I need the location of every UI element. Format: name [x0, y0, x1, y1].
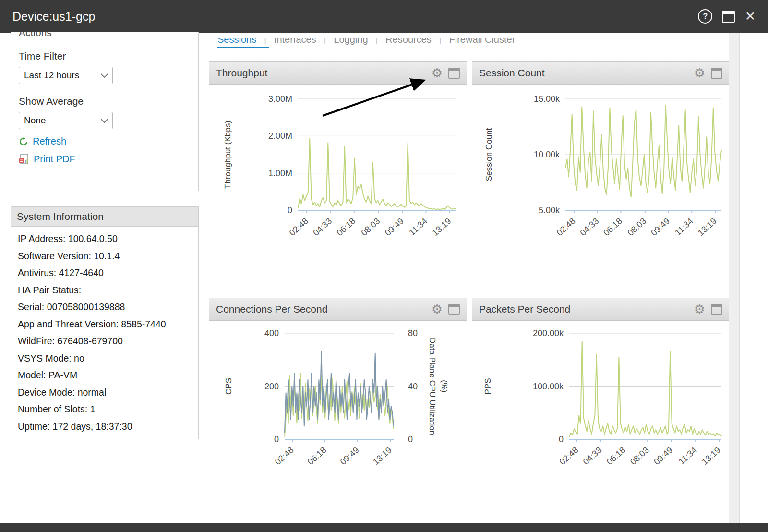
svg-text:04:33: 04:33: [581, 445, 604, 467]
actions-header: Actions: [19, 32, 191, 38]
panel-title: Packets Per Second: [472, 303, 570, 315]
svg-text:02:48: 02:48: [555, 216, 577, 238]
system-info-item: App and Threat Version: 8585-7440: [18, 316, 192, 333]
gear-icon[interactable]: ⚙: [432, 303, 443, 315]
tab-firewall-cluster[interactable]: Firewall Cluster: [449, 38, 516, 47]
panel-header: Packets Per Second ⚙: [472, 298, 729, 321]
titlebar: Device:us1-gcp ? ✕: [0, 0, 768, 33]
system-info-item: Device Mode: normal: [18, 384, 192, 401]
throughput-chart: 01.00M2.00M3.00M02:4804:3306:1808:0309:4…: [209, 85, 467, 260]
chevron-down-icon: [100, 115, 108, 123]
svg-text:13:19: 13:19: [431, 216, 453, 238]
svg-text:02:48: 02:48: [273, 445, 296, 467]
svg-text:13:19: 13:19: [700, 445, 722, 467]
cps-chart: 020040004080Data Plane CPU Utilization(%…: [209, 321, 467, 494]
print-pdf-label: Print PDF: [34, 154, 75, 165]
svg-text:1.00M: 1.00M: [268, 169, 292, 178]
time-filter-select[interactable]: Last 12 hours: [19, 67, 113, 84]
window-restore-icon[interactable]: [722, 11, 735, 23]
svg-text:CPS: CPS: [224, 378, 233, 395]
system-info-item: Number of Slots: 1: [18, 401, 192, 418]
panel-window-icon[interactable]: [448, 68, 460, 79]
svg-text:06:18: 06:18: [601, 216, 624, 238]
time-filter-dropdown-button[interactable]: [96, 67, 112, 84]
panel-window-icon[interactable]: [711, 68, 722, 79]
refresh-label: Refresh: [33, 136, 66, 147]
system-info-item: VSYS Mode: no: [18, 350, 192, 367]
tab-separator: |: [439, 38, 442, 47]
show-average-label: Show Average: [19, 96, 191, 107]
help-icon[interactable]: ?: [698, 9, 712, 24]
svg-text:09:49: 09:49: [383, 216, 406, 238]
time-filter-value: Last 12 hours: [19, 70, 96, 81]
panel-header: Session Count ⚙: [472, 62, 729, 85]
panel-title: Session Count: [472, 67, 545, 79]
svg-text:09:49: 09:49: [652, 445, 674, 467]
svg-text:PPS: PPS: [483, 378, 492, 394]
pdf-icon: [19, 154, 29, 165]
svg-text:3.00M: 3.00M: [268, 94, 292, 104]
svg-text:5.00k: 5.00k: [539, 206, 560, 215]
pps-plot: 0100.00k200.00k02:4804:3306:1808:0309:49…: [472, 321, 729, 492]
svg-text:80: 80: [408, 328, 418, 338]
svg-text:100.00k: 100.00k: [533, 382, 564, 391]
system-information-panel: System Information IP Address: 100.64.0.…: [11, 206, 199, 439]
dialog-title: Device:us1-gcp: [12, 10, 95, 24]
show-average-select[interactable]: None: [19, 112, 113, 129]
svg-text:0: 0: [408, 435, 413, 444]
dialog-bottom-bar: [0, 523, 768, 532]
tab-separator: |: [376, 38, 378, 47]
svg-text:13:19: 13:19: [696, 216, 719, 238]
gear-icon[interactable]: ⚙: [432, 67, 443, 79]
svg-text:0: 0: [288, 206, 292, 215]
panel-connections-per-second: Connections Per Second ⚙ 020040004080Dat…: [209, 298, 467, 492]
tab-logging[interactable]: Logging: [334, 38, 368, 47]
show-average-dropdown-button[interactable]: [96, 112, 112, 129]
tabs-row: Sessions | Interfaces | Logging | Resour…: [209, 38, 731, 47]
vertical-scrollbar[interactable]: [729, 33, 740, 523]
svg-text:0: 0: [274, 435, 279, 444]
tab-interfaces[interactable]: Interfaces: [274, 38, 316, 47]
time-filter-label: Time Filter: [19, 50, 191, 62]
panel-window-icon[interactable]: [711, 304, 722, 315]
svg-text:11:34: 11:34: [673, 216, 695, 237]
actions-panel: Actions Time Filter Last 12 hours Show A…: [11, 32, 199, 191]
session-count-chart: 5.00k10.00k15.00k02:4804:3306:1808:0309:…: [472, 85, 729, 260]
svg-text:Data Plane CPU Utilization: Data Plane CPU Utilization: [428, 338, 437, 435]
close-icon[interactable]: ✕: [744, 10, 756, 23]
help-icon-glyph: ?: [703, 12, 708, 21]
svg-text:40: 40: [408, 382, 418, 391]
tab-sessions[interactable]: Sessions: [217, 38, 256, 47]
svg-text:15.00k: 15.00k: [534, 94, 560, 104]
svg-text:0: 0: [559, 435, 564, 444]
svg-text:10.00k: 10.00k: [534, 150, 560, 159]
svg-text:08:03: 08:03: [626, 216, 648, 238]
svg-text:13:19: 13:19: [371, 445, 394, 467]
panel-window-icon[interactable]: [448, 304, 460, 315]
gear-icon[interactable]: ⚙: [694, 303, 705, 315]
cps-plot: 020040004080Data Plane CPU Utilization(%…: [209, 321, 467, 492]
print-pdf-link[interactable]: Print PDF: [19, 154, 191, 165]
panel-title: Connections Per Second: [209, 303, 327, 315]
titlebar-icons: ? ✕: [698, 9, 756, 24]
system-info-item: Serial: 007058000139888: [18, 299, 192, 316]
panel-session-count: Session Count ⚙ 5.00k10.00k15.00k02:4804…: [472, 61, 730, 258]
system-info-item: Model: PA-VM: [18, 367, 192, 384]
system-info-item: HA Pair Status:: [18, 282, 192, 299]
active-tab-underline: [217, 47, 269, 48]
svg-text:11:34: 11:34: [677, 445, 699, 466]
system-info-item: IP Address: 100.64.0.50: [18, 230, 192, 248]
svg-text:06:18: 06:18: [605, 445, 627, 467]
svg-text:09:49: 09:49: [649, 216, 672, 238]
panel-title: Throughput: [209, 67, 267, 79]
device-monitor-dialog: Device:us1-gcp ? ✕ Actions Time Filter L…: [0, 0, 768, 532]
tab-separator: |: [264, 38, 266, 47]
tab-resources[interactable]: Resources: [385, 38, 432, 47]
system-info-item: Software Version: 10.1.4: [18, 248, 192, 265]
svg-text:04:33: 04:33: [311, 216, 334, 238]
svg-text:02:48: 02:48: [288, 216, 310, 238]
svg-text:06:18: 06:18: [306, 445, 328, 467]
svg-text:08:03: 08:03: [628, 445, 651, 467]
gear-icon[interactable]: ⚙: [694, 67, 705, 79]
refresh-link[interactable]: Refresh: [19, 136, 191, 147]
